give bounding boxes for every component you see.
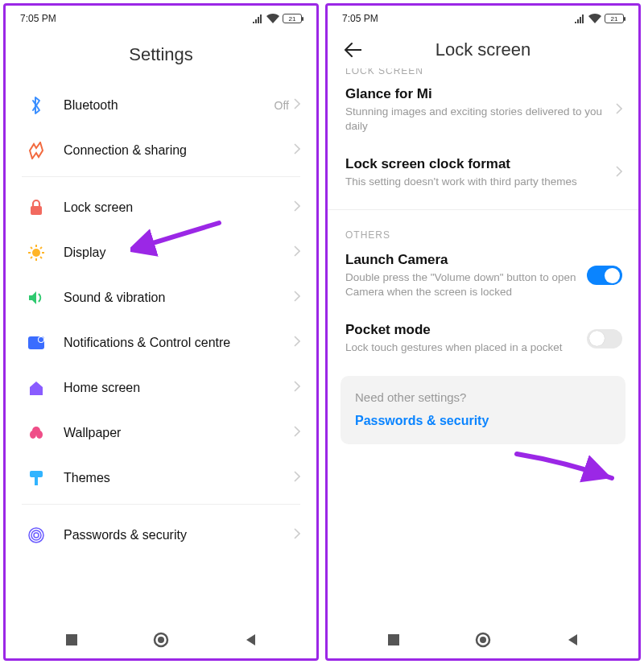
item-passwords-security[interactable]: Passwords & security — [6, 513, 316, 558]
item-title: Launch Camera — [345, 252, 579, 268]
title-row: Lock screen — [328, 28, 638, 68]
item-wallpaper[interactable]: Wallpaper — [6, 410, 316, 456]
page-title: Settings — [6, 28, 316, 83]
item-display[interactable]: Display — [6, 230, 316, 275]
svg-point-1 — [32, 249, 40, 257]
chevron-right-icon — [294, 291, 300, 305]
item-label: Display — [64, 245, 294, 260]
android-navbar — [328, 625, 638, 658]
item-label: Home screen — [64, 381, 294, 395]
chevron-right-icon — [294, 381, 300, 395]
item-bluetooth[interactable]: Bluetooth Off — [6, 83, 316, 128]
svg-point-23 — [158, 637, 164, 643]
item-label: Themes — [64, 471, 294, 485]
item-title: Pocket mode — [345, 322, 579, 338]
wifi-icon — [588, 14, 601, 23]
svg-point-19 — [31, 530, 41, 540]
chevron-right-icon — [294, 471, 300, 485]
svg-rect-21 — [66, 634, 77, 645]
status-indicators: 21 — [252, 14, 302, 23]
section-header-others: OTHERS — [328, 225, 638, 241]
wifi-icon — [266, 14, 279, 23]
svg-point-14 — [30, 431, 36, 439]
footer-question: Need other settings? — [355, 390, 611, 404]
item-sound[interactable]: Sound & vibration — [6, 275, 316, 320]
phone-left: 7:05 PM 21 Settings Bluetooth Off Con — [3, 3, 319, 661]
status-time: 7:05 PM — [342, 13, 378, 24]
nav-back-button[interactable] — [549, 633, 597, 646]
item-glance-for-mi[interactable]: Glance for Mi Stunning images and exciti… — [328, 75, 638, 145]
toggle-launch-camera[interactable] — [587, 266, 622, 285]
item-lock-screen[interactable]: Lock screen — [6, 185, 316, 230]
svg-rect-17 — [35, 477, 38, 485]
divider — [22, 504, 300, 505]
item-label: Bluetooth — [64, 98, 275, 113]
nav-back-button[interactable] — [227, 633, 275, 646]
item-launch-camera[interactable]: Launch Camera Double press the "Volume d… — [328, 241, 638, 311]
chevron-right-icon — [616, 103, 622, 118]
chevron-right-icon — [294, 143, 300, 158]
footer-card: Need other settings? Passwords & securit… — [341, 376, 625, 444]
item-label: Passwords & security — [64, 528, 294, 542]
item-themes[interactable]: Themes — [6, 456, 316, 501]
svg-rect-16 — [30, 471, 43, 477]
section-header-lockscreen: LOCK SCREEN — [328, 68, 638, 75]
nav-recent-button[interactable] — [369, 633, 418, 646]
battery-icon: 21 — [283, 14, 302, 23]
item-title: Glance for Mi — [345, 86, 608, 102]
item-home-screen[interactable]: Home screen — [6, 365, 316, 410]
footer-link-passwords-security[interactable]: Passwords & security — [355, 414, 611, 428]
item-label: Notifications & Control centre — [64, 336, 294, 350]
svg-rect-24 — [388, 634, 399, 645]
item-label: Wallpaper — [64, 426, 294, 440]
item-pocket-mode[interactable]: Pocket mode Lock touch gestures when pla… — [328, 311, 638, 366]
svg-point-15 — [36, 431, 43, 439]
lockscreen-list: LOCK SCREEN Glance for Mi Stunning image… — [328, 68, 638, 625]
sun-icon — [25, 241, 47, 264]
status-indicators: 21 — [574, 14, 624, 23]
chevron-right-icon — [616, 166, 622, 180]
settings-list: Bluetooth Off Connection & sharing Lock … — [6, 83, 316, 625]
notification-icon — [25, 332, 47, 354]
item-desc: Double press the "Volume down" button to… — [345, 270, 579, 299]
svg-line-8 — [40, 247, 42, 249]
back-button[interactable] — [344, 41, 361, 59]
phone-right: 7:05 PM 21 Lock screen LOCK SCREEN Glanc… — [325, 3, 641, 661]
nav-home-button[interactable] — [137, 632, 185, 648]
item-connection-sharing[interactable]: Connection & sharing — [6, 128, 316, 173]
item-desc: This setting doesn't work with third par… — [345, 175, 608, 189]
chevron-right-icon — [294, 426, 300, 440]
chevron-right-icon — [294, 200, 300, 215]
brush-icon — [25, 467, 47, 489]
item-value: Off — [275, 99, 289, 112]
item-clock-format[interactable]: Lock screen clock format This setting do… — [328, 145, 638, 200]
chevron-right-icon — [294, 245, 300, 260]
svg-line-6 — [31, 247, 32, 249]
item-label: Sound & vibration — [64, 291, 294, 305]
toggle-pocket-mode[interactable] — [587, 329, 622, 348]
divider — [22, 176, 300, 177]
svg-line-7 — [40, 257, 42, 258]
bluetooth-icon — [25, 94, 47, 117]
chevron-right-icon — [294, 336, 300, 350]
flower-icon — [25, 422, 47, 444]
svg-line-9 — [31, 257, 32, 258]
lock-icon — [25, 196, 47, 219]
item-notifications[interactable]: Notifications & Control centre — [6, 320, 316, 365]
svg-point-26 — [480, 637, 486, 643]
status-bar: 7:05 PM 21 — [328, 6, 638, 28]
speaker-icon — [25, 287, 47, 309]
signal-icon — [574, 14, 585, 23]
item-title: Lock screen clock format — [345, 156, 608, 172]
item-label: Connection & sharing — [64, 143, 294, 158]
item-label: Lock screen — [64, 200, 294, 215]
page-title: Lock screen — [371, 39, 622, 60]
item-desc: Stunning images and exciting stories del… — [345, 105, 608, 134]
svg-rect-0 — [31, 206, 42, 215]
svg-point-12 — [39, 337, 43, 342]
chevron-right-icon — [294, 528, 300, 542]
status-bar: 7:05 PM 21 — [6, 6, 316, 28]
nav-recent-button[interactable] — [47, 633, 96, 646]
nav-home-button[interactable] — [459, 632, 507, 648]
share-icon — [25, 139, 47, 162]
